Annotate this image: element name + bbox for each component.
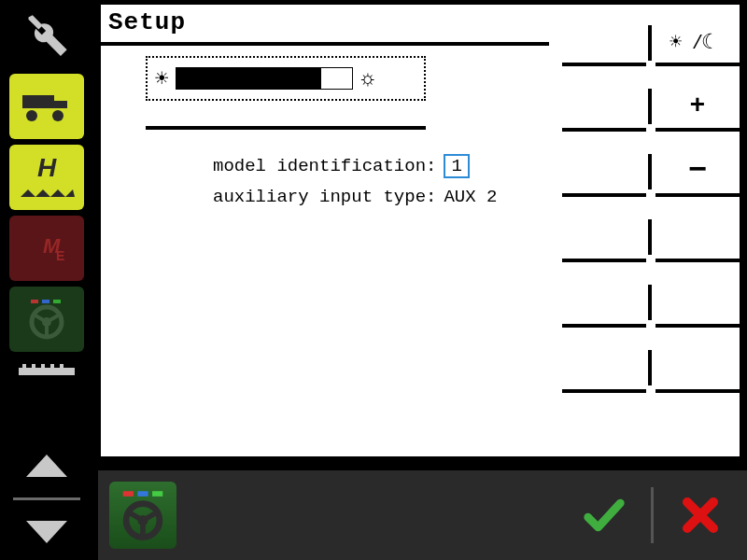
sidebar-scroll-up[interactable] [9,438,84,494]
chevron-down-icon [26,521,67,543]
svg-point-3 [52,110,63,121]
model-id-label: model identification: [213,156,436,176]
svg-rect-28 [123,491,134,497]
sun-outline-icon: ☼ [360,66,374,91]
title-underline [101,42,549,46]
softkey-4[interactable] [655,208,740,264]
model-id-value[interactable]: 1 [444,154,469,178]
sidebar-item-me[interactable]: ME [9,216,84,281]
svg-rect-30 [152,491,162,497]
svg-rect-22 [41,364,45,370]
brightness-bar[interactable] [176,67,353,90]
steering-wheel-icon [117,489,169,541]
svg-text:☀: ☀ [669,32,682,55]
model-id-row: model identification: 1 [213,154,470,178]
svg-rect-29 [137,491,148,497]
divider [13,497,80,500]
aux-type-label: auxiliary input type: [213,187,436,207]
separator [146,126,426,130]
check-icon [580,491,628,539]
svg-rect-13 [53,300,61,303]
sidebar-scroll [0,438,93,560]
svg-marker-7 [50,189,65,197]
svg-marker-5 [21,189,35,197]
svg-rect-19 [19,368,75,375]
aux-type-value: AUX 2 [444,187,497,207]
softkey-column: ☀/☾ + − [562,5,740,456]
sun-filled-icon: ☀ [155,65,168,92]
confirm-button[interactable] [557,470,651,560]
h-icon: H [19,152,75,203]
svg-marker-8 [65,189,75,197]
wrench-icon [22,11,71,60]
softkey-minus[interactable]: − [655,143,740,199]
sidebar-item-steering[interactable] [9,287,84,352]
left-sidebar: H ME [0,0,93,560]
svg-marker-6 [35,189,50,197]
strip-icon [19,362,75,379]
sidebar-item-vehicle[interactable] [9,74,84,139]
svg-rect-21 [32,364,35,370]
bottom-bar [98,470,747,560]
page-title: Setup [108,8,186,36]
svg-text:H: H [37,153,57,182]
bottom-actions [557,470,747,560]
svg-rect-23 [50,364,54,370]
brightness-fill [176,68,320,89]
sidebar-scroll-down[interactable] [9,504,84,560]
me-icon: ME [19,225,75,272]
softkey-plus[interactable]: + [655,77,740,133]
svg-rect-11 [31,300,38,303]
softkey-5[interactable] [655,273,740,329]
close-icon [678,493,723,538]
truck-icon [17,88,77,125]
sidebar-item-tools[interactable] [9,3,84,68]
softkey-daynight[interactable]: ☀/☾ [655,14,740,70]
cancel-button[interactable] [654,470,747,560]
sidebar-item-h[interactable]: H [9,145,84,210]
chevron-up-icon [26,455,67,477]
svg-rect-0 [22,95,54,108]
day-night-icon: ☀/☾ [669,28,726,56]
aux-type-row: auxiliary input type: AUX 2 [213,187,497,207]
steering-wheel-icon [23,296,70,343]
main-panel: Setup ☀ ☼ model identification: 1 auxili… [98,2,742,459]
svg-text:☾: ☾ [701,32,713,55]
brightness-control[interactable]: ☀ ☼ [146,56,426,101]
svg-text:E: E [56,248,64,263]
svg-rect-12 [42,300,49,303]
sidebar-item-strip[interactable] [9,357,84,384]
svg-rect-20 [22,364,26,370]
bottom-steering-button[interactable] [109,482,176,549]
svg-line-33 [128,512,143,521]
svg-rect-24 [60,364,63,370]
svg-line-34 [143,512,158,521]
svg-point-2 [26,110,37,121]
softkey-6[interactable] [655,339,740,395]
svg-rect-1 [54,101,67,108]
